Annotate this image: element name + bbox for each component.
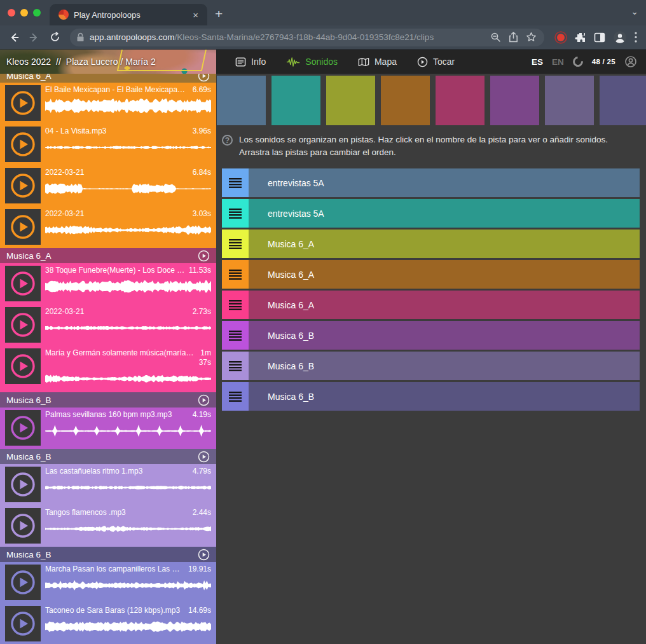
nav-item-tocar[interactable]: Tocar — [409, 53, 462, 71]
browser-tab[interactable]: Play Antropoloops × — [50, 4, 207, 25]
track-row[interactable]: Musica 6_B — [222, 321, 640, 350]
nav-item-mapa[interactable]: Mapa — [350, 53, 404, 71]
breadcrumb[interactable]: Kleos 2022 // Plaza Lucero / María 2 — [6, 50, 156, 74]
lang-en-button[interactable]: EN — [552, 57, 564, 67]
track-section-header[interactable]: Musica 6_B — [0, 547, 216, 562]
clip-play-button[interactable] — [5, 467, 41, 502]
track-label: entrevistas 5A — [249, 178, 324, 188]
audio-clip: 2022-03-21 2.73s — [0, 305, 216, 346]
track-body[interactable]: Musica 6_A — [249, 230, 640, 258]
clip-play-button[interactable] — [5, 565, 41, 600]
clip-play-button[interactable] — [5, 127, 41, 162]
track-body[interactable]: Musica 6_A — [249, 291, 640, 319]
clip-duration: 14.69s — [188, 606, 211, 615]
waveform — [45, 277, 211, 296]
track-section-header[interactable]: Musica 6_B — [0, 449, 216, 464]
waveform — [45, 97, 211, 116]
nav-item-info[interactable]: Info — [228, 53, 273, 71]
section-play-icon[interactable] — [198, 250, 210, 262]
track-drag-handle[interactable] — [222, 199, 249, 228]
track-body[interactable]: entrevistas 5A — [249, 199, 640, 228]
track-drag-handle[interactable] — [222, 168, 249, 197]
drag-handle-icon — [229, 392, 242, 402]
track-color-swatch[interactable] — [271, 76, 320, 125]
clip-duration: 6.69s — [193, 85, 211, 95]
help-text: Los sonidos se organizan en pistas. Haz … — [239, 134, 636, 159]
lang-es-button[interactable]: ES — [532, 57, 543, 67]
close-window-button[interactable] — [8, 9, 15, 17]
track-row[interactable]: Musica 6_B — [222, 352, 640, 380]
extensions-puzzle-icon[interactable] — [575, 32, 586, 43]
track-color-swatch[interactable] — [545, 76, 594, 125]
clip-play-button[interactable] — [5, 348, 41, 384]
track-color-swatch[interactable] — [217, 76, 266, 125]
track-section-header[interactable]: Musica 6_B — [0, 392, 216, 408]
zoom-window-button[interactable] — [33, 9, 41, 17]
app-content: Musica 6_A El Baile Mexicapan - El Baile… — [0, 74, 646, 644]
track-row[interactable]: Musica 6_A — [222, 291, 640, 319]
track-drag-handle[interactable] — [222, 230, 249, 258]
new-tab-button[interactable]: + — [207, 6, 231, 25]
forward-button[interactable] — [25, 29, 43, 46]
clip-play-button[interactable] — [5, 508, 41, 544]
track-color-swatch[interactable] — [381, 76, 430, 125]
track-row[interactable]: entrevistas 5A — [222, 199, 640, 228]
zoom-out-icon[interactable] — [490, 32, 501, 43]
track-body[interactable]: Musica 6_B — [249, 382, 640, 411]
nav-item-sonidos[interactable]: Sonidos — [278, 53, 345, 71]
track-body[interactable]: Musica 6_B — [249, 321, 640, 350]
address-bar[interactable]: app.antropoloops.com/Kleos-Santa-Marina/… — [70, 29, 544, 46]
clip-play-button[interactable] — [5, 209, 41, 245]
clip-play-button[interactable] — [5, 168, 41, 203]
clip-play-button[interactable] — [5, 606, 41, 641]
clip-duration: 2.44s — [193, 508, 211, 517]
track-section-header[interactable]: Musica 6_A — [0, 248, 216, 263]
record-extension-icon[interactable] — [554, 31, 567, 44]
section-play-icon[interactable] — [198, 394, 210, 406]
tab-close-icon[interactable]: × — [190, 9, 201, 21]
waveform — [45, 421, 211, 441]
track-color-swatch[interactable] — [436, 76, 484, 125]
profile-avatar[interactable] — [613, 31, 627, 45]
track-drag-handle[interactable] — [222, 291, 249, 319]
section-clips: Palmas sevillanas 160 bpm mp3.mp3 4.19s — [0, 408, 216, 449]
browser-menu-kebab-icon[interactable] — [635, 32, 637, 43]
track-row[interactable]: Musica 6_A — [222, 260, 640, 289]
clip-play-button[interactable] — [5, 410, 41, 446]
tab-search-chevron-icon[interactable]: ⌄ — [631, 6, 638, 17]
back-button[interactable] — [5, 29, 23, 46]
track-row[interactable]: Musica 6_A — [222, 230, 640, 258]
track-drag-handle[interactable] — [222, 321, 249, 350]
breadcrumb-project[interactable]: Kleos 2022 — [6, 57, 51, 67]
track-drag-handle[interactable] — [222, 352, 249, 380]
clip-duration: 2.73s — [193, 307, 211, 317]
track-color-swatch[interactable] — [490, 76, 539, 125]
clip-main: María y Germán solamente música(maría 2.… — [41, 348, 211, 392]
track-body[interactable]: Musica 6_B — [249, 352, 640, 380]
reload-button[interactable] — [46, 29, 64, 46]
clip-play-button[interactable] — [5, 266, 41, 301]
section-play-icon[interactable] — [198, 549, 210, 561]
share-icon[interactable] — [509, 32, 518, 43]
minimize-window-button[interactable] — [20, 9, 28, 17]
clip-play-button[interactable] — [5, 85, 41, 121]
bookmark-star-icon[interactable] — [526, 32, 537, 43]
clip-play-button[interactable] — [5, 307, 41, 343]
section-play-icon[interactable] — [198, 74, 210, 82]
track-body[interactable]: entrevistas 5A — [249, 168, 640, 197]
clip-title: El Baile Mexicapan - El Baile Mexicapan.… — [45, 85, 189, 95]
section-play-icon[interactable] — [198, 451, 210, 463]
track-drag-handle[interactable] — [222, 382, 249, 411]
track-color-swatch[interactable] — [600, 76, 646, 125]
side-panel-icon[interactable] — [594, 32, 605, 43]
waveform — [45, 179, 211, 198]
help-question-icon[interactable]: ? — [222, 135, 233, 146]
clip-main: 2022-03-21 6.84s — [41, 168, 211, 207]
track-color-swatch[interactable] — [326, 76, 375, 125]
track-body[interactable]: Musica 6_A — [249, 260, 640, 289]
track-row[interactable]: entrevistas 5A — [222, 168, 640, 197]
track-section-header[interactable]: Musica 6_A — [0, 74, 216, 83]
track-drag-handle[interactable] — [222, 260, 249, 289]
track-row[interactable]: Musica 6_B — [222, 382, 640, 411]
account-icon[interactable] — [624, 55, 637, 68]
